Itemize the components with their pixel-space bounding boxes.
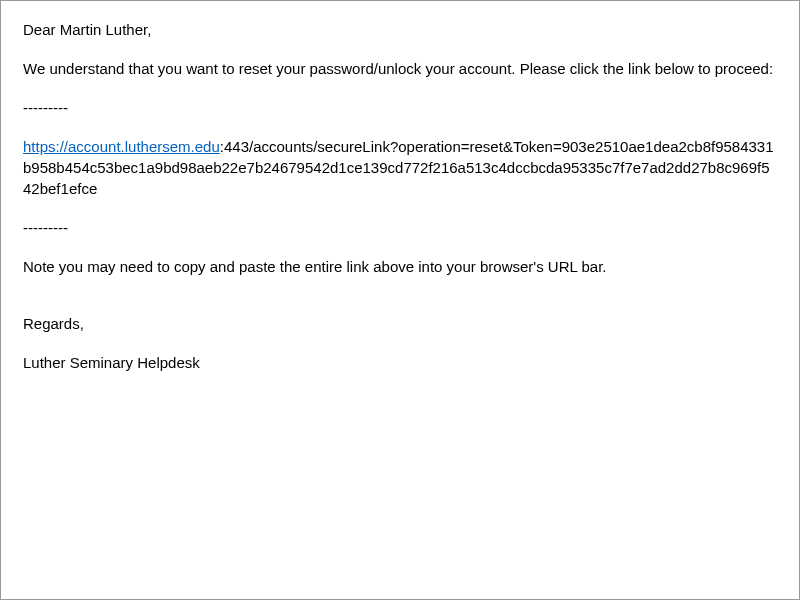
greeting-line: Dear Martin Luther, bbox=[23, 19, 777, 40]
regards-line: Regards, bbox=[23, 313, 777, 334]
copy-paste-note: Note you may need to copy and paste the … bbox=[23, 256, 777, 277]
reset-url-block: https://account.luthersem.edu:443/accoun… bbox=[23, 136, 777, 199]
reset-link[interactable]: https://account.luthersem.edu bbox=[23, 138, 220, 155]
separator-bottom: --------- bbox=[23, 217, 777, 238]
intro-text: We understand that you want to reset you… bbox=[23, 58, 777, 79]
signature-line: Luther Seminary Helpdesk bbox=[23, 352, 777, 373]
separator-top: --------- bbox=[23, 97, 777, 118]
signature-block: Regards, Luther Seminary Helpdesk bbox=[23, 313, 777, 373]
